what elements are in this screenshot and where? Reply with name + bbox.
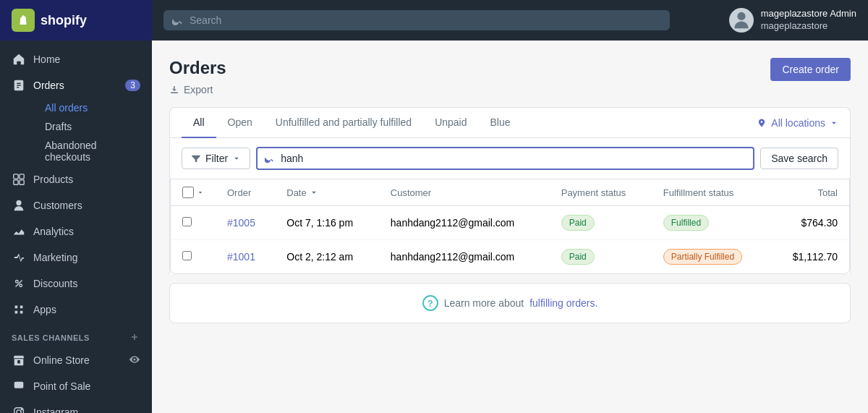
fulfillment-badge: Fulfilled bbox=[663, 215, 709, 231]
sidebar-item-abandoned[interactable]: Abandoned checkouts bbox=[33, 136, 152, 166]
sidebar-item-marketing[interactable]: Marketing bbox=[0, 244, 152, 271]
search-icon bbox=[172, 14, 184, 26]
location-icon bbox=[757, 118, 767, 128]
filter-label: Filter bbox=[205, 153, 228, 164]
filter-search-input[interactable] bbox=[281, 153, 746, 164]
filter-search-wrap[interactable] bbox=[256, 147, 754, 170]
row-payment-status: Paid bbox=[550, 240, 652, 274]
sidebar-item-analytics[interactable]: Analytics bbox=[0, 218, 152, 244]
row-checkbox-cell[interactable] bbox=[171, 206, 216, 240]
svg-rect-4 bbox=[14, 174, 18, 179]
brand-name: shopify bbox=[41, 13, 87, 28]
sales-channels-section-header: SALES CHANNELS bbox=[0, 323, 152, 347]
row-order-num[interactable]: #1001 bbox=[216, 240, 275, 274]
tab-open[interactable]: Open bbox=[216, 108, 264, 138]
row-date: Oct 2, 2:12 am bbox=[275, 240, 379, 274]
row-date: Oct 7, 1:16 pm bbox=[275, 206, 379, 240]
tab-blue[interactable]: Blue bbox=[479, 108, 522, 138]
order-link[interactable]: #1001 bbox=[227, 251, 255, 263]
home-icon bbox=[12, 52, 26, 67]
th-payment-status: Payment status bbox=[550, 179, 652, 206]
row-fulfillment-status: Fulfilled bbox=[652, 206, 770, 240]
topbar-search[interactable] bbox=[163, 10, 670, 30]
order-link[interactable]: #1005 bbox=[227, 217, 255, 229]
all-locations-filter[interactable]: All locations bbox=[757, 108, 838, 137]
topbar-search-input[interactable] bbox=[190, 14, 661, 26]
add-channel-icon[interactable] bbox=[129, 331, 140, 344]
content-area: Orders Export Create order All Open Unfu… bbox=[152, 41, 868, 413]
sidebar-item-label: Products bbox=[33, 174, 73, 185]
th-checkbox bbox=[171, 179, 216, 206]
orders-panel: All Open Unfulfilled and partially fulfi… bbox=[169, 107, 851, 323]
sidebar-item-pos[interactable]: Point of Sale bbox=[0, 373, 152, 399]
payment-badge: Paid bbox=[561, 215, 595, 231]
visibility-icon[interactable] bbox=[129, 354, 140, 367]
sidebar-item-label: Online Store bbox=[33, 354, 90, 366]
tab-unpaid[interactable]: Unpaid bbox=[423, 108, 478, 138]
export-icon bbox=[169, 85, 179, 95]
svg-rect-10 bbox=[14, 382, 24, 388]
sidebar-item-label: Discounts bbox=[33, 278, 77, 289]
sidebar-item-label: Analytics bbox=[33, 226, 74, 237]
apps-icon bbox=[12, 302, 26, 317]
tab-all[interactable]: All bbox=[182, 108, 216, 138]
sidebar-item-label: Orders bbox=[33, 80, 64, 91]
th-fulfillment-status: Fulfillment status bbox=[652, 179, 770, 206]
user-email: mageplazastore bbox=[761, 20, 856, 33]
page-title-area: Orders Export bbox=[169, 58, 226, 95]
row-customer: hanhdang2112@gmail.com bbox=[379, 206, 550, 240]
svg-rect-7 bbox=[20, 180, 24, 184]
save-search-button[interactable]: Save search bbox=[760, 148, 838, 169]
create-order-button[interactable]: Create order bbox=[770, 58, 851, 81]
discounts-icon bbox=[12, 276, 26, 291]
select-all-wrap[interactable] bbox=[182, 187, 204, 198]
chevron-down-icon bbox=[830, 119, 838, 127]
row-total: $1,112.70 bbox=[770, 240, 849, 274]
svg-rect-5 bbox=[20, 174, 24, 179]
sidebar-item-customers[interactable]: Customers bbox=[0, 192, 152, 218]
sidebar-item-products[interactable]: Products bbox=[0, 166, 152, 192]
sidebar-item-label: Point of Sale bbox=[33, 380, 90, 392]
filter-button[interactable]: Filter bbox=[182, 148, 250, 169]
info-text: Learn more about bbox=[444, 297, 524, 309]
tab-unfulfilled[interactable]: Unfulfilled and partially fulfilled bbox=[264, 108, 423, 138]
sidebar-item-label: Customers bbox=[33, 200, 82, 211]
row-checkbox[interactable] bbox=[182, 251, 192, 260]
fulfillment-badge: Partially Fulfilled bbox=[663, 249, 742, 265]
info-icon: ? bbox=[422, 295, 438, 311]
sidebar-item-discounts[interactable]: Discounts bbox=[0, 271, 152, 297]
sidebar-item-instagram[interactable]: Instagram bbox=[0, 399, 152, 413]
sidebar-item-all-orders[interactable]: All orders bbox=[33, 98, 152, 117]
sidebar-item-label: Marketing bbox=[33, 252, 77, 263]
sidebar-item-drafts[interactable]: Drafts bbox=[33, 117, 152, 136]
products-icon bbox=[12, 172, 26, 187]
table-row: #1005 Oct 7, 1:16 pm hanhdang2112@gmail.… bbox=[171, 206, 849, 240]
tabs-container: All Open Unfulfilled and partially fulfi… bbox=[169, 107, 851, 274]
select-all-checkbox[interactable] bbox=[182, 187, 194, 198]
row-checkbox-cell[interactable] bbox=[171, 240, 216, 274]
row-fulfillment-status: Partially Fulfilled bbox=[652, 240, 770, 274]
shopify-bag-icon bbox=[12, 9, 35, 32]
info-bar: ? Learn more about fulfilling orders. bbox=[169, 283, 851, 323]
user-name: mageplazastore Admin bbox=[761, 8, 856, 20]
sidebar-header: shopify bbox=[0, 0, 152, 41]
tabs-bar: All Open Unfulfilled and partially fulfi… bbox=[170, 108, 850, 138]
sidebar-item-apps[interactable]: Apps bbox=[0, 297, 152, 323]
sidebar-item-orders[interactable]: Orders 3 bbox=[0, 72, 152, 98]
th-total: Total bbox=[770, 179, 849, 206]
sidebar-item-home[interactable]: Home bbox=[0, 46, 152, 72]
row-payment-status: Paid bbox=[550, 206, 652, 240]
th-date[interactable]: Date bbox=[275, 179, 379, 206]
svg-rect-6 bbox=[14, 180, 18, 184]
export-label: Export bbox=[184, 84, 213, 95]
marketing-icon bbox=[12, 250, 26, 265]
row-total: $764.30 bbox=[770, 206, 849, 240]
sidebar-item-online-store[interactable]: Online Store bbox=[0, 347, 152, 373]
row-customer: hanhdang2112@gmail.com bbox=[379, 240, 550, 274]
fulfilling-orders-link[interactable]: fulfilling orders. bbox=[529, 297, 597, 309]
all-locations-label: All locations bbox=[771, 117, 825, 129]
row-order-num[interactable]: #1005 bbox=[216, 206, 275, 240]
export-button[interactable]: Export bbox=[169, 84, 226, 95]
instagram-icon bbox=[12, 405, 26, 413]
row-checkbox[interactable] bbox=[182, 217, 192, 226]
